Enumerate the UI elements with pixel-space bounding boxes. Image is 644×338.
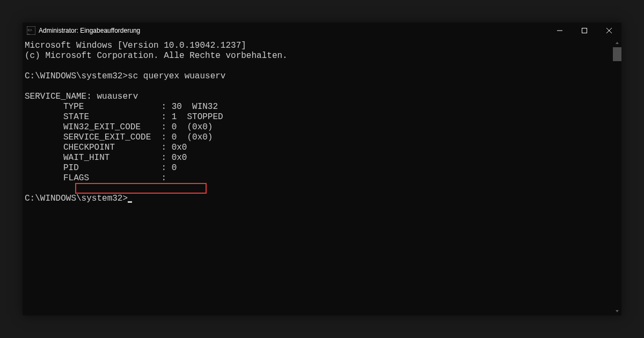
field-label: WIN32_EXIT_CODE (63, 122, 141, 132)
field-value: 0x0 (172, 153, 187, 163)
field-label: TYPE (63, 102, 84, 112)
field-value: 0 (0x0) (172, 122, 213, 132)
version-line: Microsoft Windows [Version 10.0.19042.12… (25, 41, 613, 51)
close-button[interactable] (597, 23, 621, 39)
scroll-down-arrow[interactable] (613, 307, 621, 315)
field-type: TYPE : 30 WIN32 (25, 102, 613, 112)
field-value: 0x0 (172, 143, 187, 152)
terminal-body: Microsoft Windows [Version 10.0.19042.12… (23, 39, 621, 315)
field-win32-exit: WIN32_EXIT_CODE : 0 (0x0) (25, 122, 613, 133)
window-controls (547, 23, 621, 39)
field-label: PID (63, 163, 79, 173)
field-service-exit: SERVICE_EXIT_CODE : 0 (0x0) (25, 133, 613, 143)
blank-line (25, 82, 613, 92)
window-title: Administrator: Eingabeaufforderung (39, 27, 547, 34)
prompt-line-2: C:\WINDOWS\system32> (25, 194, 613, 204)
titlebar[interactable]: C:\ _ Administrator: Eingabeaufforderung (23, 23, 621, 39)
field-state: STATE : 1 STOPPED (25, 112, 613, 122)
scrollbar[interactable] (613, 39, 621, 315)
field-wait-hint: WAIT_HINT : 0x0 (25, 153, 613, 163)
field-label: FLAGS (63, 173, 89, 183)
field-label: WAIT_HINT (63, 153, 109, 163)
prompt: C:\WINDOWS\system32> (25, 71, 128, 81)
copyright-line: (c) Microsoft Corporation. Alle Rechte v… (25, 51, 613, 61)
field-label: STATE (63, 112, 89, 122)
maximize-button[interactable] (572, 23, 597, 39)
prompt-line-1: C:\WINDOWS\system32>sc queryex wuauserv (25, 71, 613, 82)
svg-marker-8 (616, 310, 619, 312)
blank-line (25, 183, 613, 194)
cursor (128, 201, 132, 203)
prompt: C:\WINDOWS\system32> (25, 194, 128, 203)
cmd-icon: C:\ _ (27, 26, 35, 35)
field-value: 30 WIN32 (172, 102, 218, 112)
blank-line (25, 61, 613, 71)
field-value: 1 STOPPED (172, 112, 223, 122)
command: sc queryex wuauserv (128, 71, 225, 81)
service-name: SERVICE_NAME: wuauserv (25, 92, 613, 102)
field-flags: FLAGS : (25, 173, 613, 183)
cmd-window: C:\ _ Administrator: Eingabeaufforderung… (23, 23, 621, 315)
scroll-thumb[interactable] (613, 47, 621, 61)
terminal-content[interactable]: Microsoft Windows [Version 10.0.19042.12… (23, 39, 613, 315)
field-value: 0 (172, 163, 177, 173)
field-label: SERVICE_EXIT_CODE (63, 133, 151, 142)
scroll-up-arrow[interactable] (613, 39, 621, 47)
field-checkpoint: CHECKPOINT : 0x0 (25, 143, 613, 153)
minimize-button[interactable] (547, 23, 572, 39)
field-label: CHECKPOINT (63, 143, 115, 152)
svg-rect-4 (582, 28, 587, 33)
svg-marker-7 (616, 42, 619, 44)
field-value: 0 (0x0) (172, 133, 213, 142)
field-pid: PID : 0 (25, 163, 613, 173)
